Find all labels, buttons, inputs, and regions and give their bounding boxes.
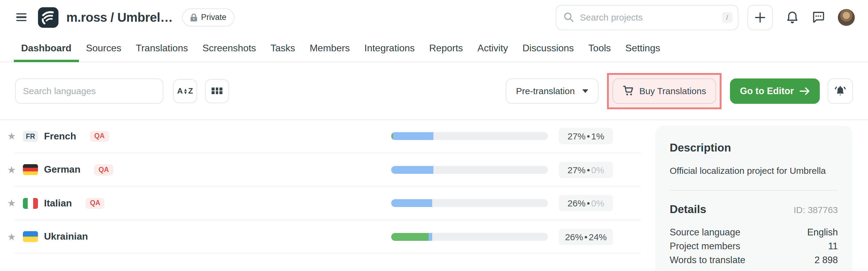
grid-view-icon: [212, 87, 222, 94]
search-shortcut-key: /: [722, 12, 733, 23]
detail-row-source-language: Source language English: [670, 225, 838, 239]
pretranslation-dropdown[interactable]: Pre-translation: [506, 78, 598, 104]
language-code-badge: FR: [23, 131, 38, 142]
tab-sources[interactable]: Sources: [79, 34, 128, 61]
dashboard-toolbar: A▲▼Z Pre-translation Buy Translations: [0, 62, 868, 120]
tab-tools[interactable]: Tools: [581, 34, 618, 61]
star-icon[interactable]: ★: [7, 198, 18, 209]
chat-icon: [812, 11, 825, 24]
tab-discussions[interactable]: Discussions: [515, 34, 581, 61]
progress-percentages: 27% • 0%: [559, 162, 613, 178]
project-search-input[interactable]: [579, 11, 717, 23]
create-project-button[interactable]: [747, 4, 773, 30]
approved-percent: 24%: [589, 232, 607, 242]
tab-activity[interactable]: Activity: [470, 34, 515, 61]
sort-languages-button[interactable]: A▲▼Z: [173, 79, 197, 103]
star-icon[interactable]: ★: [7, 131, 18, 142]
translated-percent: 26%: [567, 198, 586, 209]
card-divider: [670, 190, 838, 191]
translated-percent: 27%: [567, 165, 586, 175]
progress-bar: [391, 199, 548, 207]
buy-translations-button[interactable]: Buy Translations: [612, 78, 716, 104]
language-name[interactable]: Ukrainian: [44, 232, 88, 242]
translated-percent: 27%: [567, 131, 586, 141]
detail-label: Source language: [670, 225, 740, 239]
detail-row-project-members: Project members 11: [670, 239, 838, 253]
tab-dashboard[interactable]: Dashboard: [14, 34, 79, 61]
language-row-ukrainian[interactable]: ★ Ukrainian 26% • 24%: [0, 220, 641, 253]
star-icon[interactable]: ★: [7, 164, 18, 175]
percent-separator: •: [587, 131, 590, 141]
language-row-french[interactable]: ★ FR French QA 27% • 1%: [0, 119, 641, 153]
progress-bar: [391, 133, 548, 140]
privacy-badge: Private: [182, 8, 234, 26]
chevron-down-icon: [582, 89, 588, 93]
go-to-editor-button[interactable]: Go to Editor: [730, 78, 820, 104]
project-title[interactable]: m.ross / Umbrel…: [66, 10, 173, 24]
qa-badge[interactable]: QA: [86, 198, 104, 209]
messages-button[interactable]: [812, 11, 825, 24]
project-search[interactable]: /: [556, 4, 738, 30]
language-name[interactable]: French: [44, 131, 76, 142]
translated-progress-segment: [393, 133, 433, 140]
announcements-button[interactable]: [828, 78, 853, 104]
translated-percent: 26%: [565, 232, 583, 242]
language-row-german[interactable]: ★ German QA 27% • 0%: [0, 153, 641, 187]
crowdin-logo[interactable]: [38, 7, 59, 27]
progress-percentages: 26% • 0%: [559, 195, 613, 212]
menu-icon[interactable]: [16, 13, 27, 21]
translated-progress-segment: [391, 199, 432, 207]
percent-separator: •: [587, 165, 590, 175]
arrow-right-icon: [799, 87, 810, 95]
tab-settings[interactable]: Settings: [618, 34, 668, 61]
lock-icon: [190, 13, 197, 21]
tab-tasks[interactable]: Tasks: [264, 34, 303, 61]
search-languages-input[interactable]: [15, 78, 163, 104]
progress-percentages: 27% • 1%: [559, 128, 613, 144]
project-id: ID: 387763: [794, 205, 838, 215]
search-icon: [564, 12, 574, 22]
plus-icon: [755, 12, 766, 23]
user-avatar[interactable]: [838, 9, 855, 26]
progress-bar: [391, 166, 548, 174]
approved-percent: 1%: [591, 131, 604, 141]
progress-percentages: 26% • 24%: [559, 229, 613, 245]
tab-integrations[interactable]: Integrations: [357, 34, 422, 61]
a-z-sort-icon: A▲▼Z: [177, 86, 193, 96]
percent-separator: •: [584, 232, 588, 242]
language-row-italian[interactable]: ★ Italian QA 26% • 0%: [0, 187, 641, 220]
approved-percent: 0%: [591, 198, 604, 209]
detail-row-words-to-translate: Words to translate 2 898: [670, 253, 838, 267]
project-tabs: Dashboard Sources Translations Screensho…: [0, 34, 868, 62]
tab-translations[interactable]: Translations: [129, 34, 195, 61]
approved-progress-segment: [391, 233, 429, 241]
flag-germany: [23, 164, 38, 175]
tab-reports[interactable]: Reports: [422, 34, 470, 61]
go-to-editor-label: Go to Editor: [740, 85, 794, 96]
project-details-card: Description Official localization projec…: [655, 126, 852, 271]
detail-value: English: [807, 225, 838, 239]
shopping-cart-icon: [622, 85, 634, 97]
qa-badge[interactable]: QA: [94, 164, 113, 175]
tab-members[interactable]: Members: [302, 34, 357, 61]
privacy-badge-label: Private: [201, 13, 226, 22]
approved-percent: 0%: [591, 165, 604, 175]
qa-badge[interactable]: QA: [90, 131, 109, 142]
detail-value: 2 898: [814, 253, 838, 267]
detail-value: 11: [828, 239, 838, 253]
flag-ukraine: [23, 232, 38, 242]
language-list: ★ FR French QA 27% • 1% ★ German QA: [0, 119, 641, 253]
grid-view-button[interactable]: [205, 79, 229, 103]
language-name[interactable]: German: [44, 164, 81, 175]
app-root: m.ross / Umbrel… Private /: [0, 0, 868, 271]
detail-label: Words to translate: [670, 253, 745, 267]
details-title: Details: [670, 203, 706, 216]
notifications-button[interactable]: [786, 10, 799, 24]
description-text: Official localization project for Umbrel…: [670, 165, 838, 177]
buy-translations-highlight: Buy Translations: [607, 73, 722, 109]
pretranslation-label: Pre-translation: [516, 86, 575, 96]
tab-screenshots[interactable]: Screenshots: [195, 34, 264, 61]
star-icon[interactable]: ★: [7, 231, 18, 243]
language-name[interactable]: Italian: [44, 198, 72, 209]
translated-progress-segment: [429, 233, 432, 241]
